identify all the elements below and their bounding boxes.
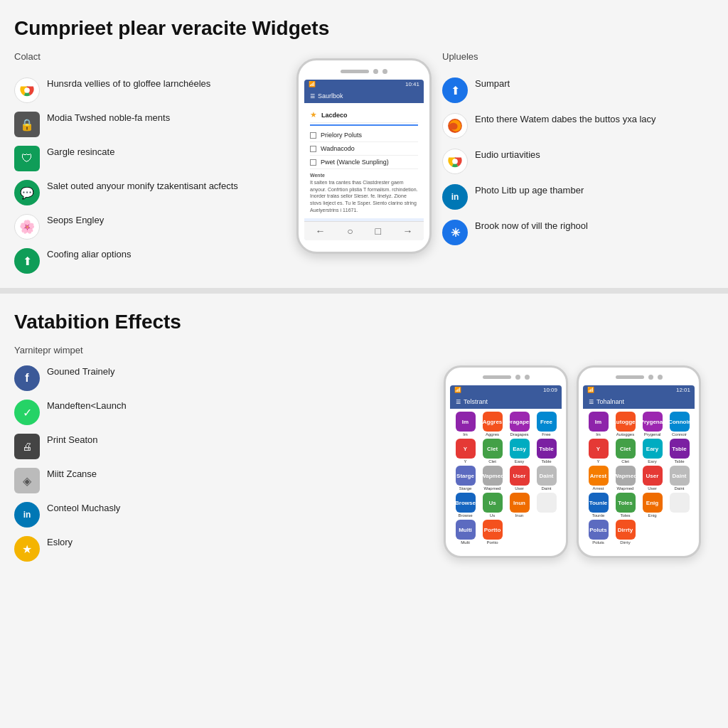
app-icon-box: Poluts xyxy=(589,520,609,540)
app-label: Im xyxy=(462,419,469,425)
app-name-label: Aggres xyxy=(486,432,499,437)
app-label: Eary xyxy=(646,446,658,452)
app-icon-cell: ImIm xyxy=(453,412,478,437)
phone-status-bar: 📶 10:41 xyxy=(304,80,424,89)
list-item: ✓ Mandeften<Launch xyxy=(14,400,437,425)
phone-dot xyxy=(515,375,520,380)
list-item: Ento there Watem dabes the buttos yxa la… xyxy=(442,113,714,139)
phone-center: 📶 10:41 ≡ Saurlbok ★ Lacdeco xyxy=(286,51,442,254)
app-icon-cell xyxy=(667,493,692,518)
feature-text-eudio: Eudio urtiavities xyxy=(475,149,540,161)
app-label: Inun xyxy=(513,500,525,506)
checkbox xyxy=(310,132,316,139)
feature-text-linkedin: Conteol Muchasly xyxy=(47,502,120,515)
phone1-nav-bar: ≡ Telstrant xyxy=(450,395,562,409)
app-icon-box: Portto xyxy=(483,520,503,540)
app-icon-cell: AutoggesAutogges xyxy=(613,412,638,437)
menu-icon: ≡ xyxy=(589,397,594,407)
feature-text-chrome: Hunsrda vellies of to gloffee larnchéele… xyxy=(47,77,210,90)
list-item: in Conteol Muchasly xyxy=(14,502,437,528)
feature-text-lock: Modia Twshed noble-fa ments xyxy=(47,112,170,124)
list-item: 🖨 Print Seaton xyxy=(14,434,437,459)
forward-icon: → xyxy=(403,225,413,237)
navigation-icon: ⬆ xyxy=(14,248,40,274)
app-label: Daint xyxy=(673,473,687,479)
app-name-label: Tsble xyxy=(674,459,684,464)
app-icon-box: Clet xyxy=(483,439,503,459)
app-name-label: Daint xyxy=(674,486,684,491)
app-label: User xyxy=(646,473,659,479)
app-icon-cell: DaintDaint xyxy=(667,466,692,491)
app-name-label: Tsble xyxy=(541,459,551,464)
app-name-label: Starge xyxy=(459,486,472,491)
app-icon-box: Y xyxy=(589,439,609,459)
app-label: Portto xyxy=(484,527,501,533)
phone-speaker xyxy=(616,375,644,379)
app-name-label: Multi xyxy=(461,540,470,545)
phone-item-3: Pwet (Wancle Sunpling) xyxy=(321,159,389,166)
feature-text-shield: Gargle resincate xyxy=(47,146,114,159)
app-icon-cell: StargeStarge xyxy=(453,466,478,491)
phone-content: ★ Lacdeco Prielory Poluts Wadnacodo xyxy=(304,103,424,218)
app-icon-box: Autogges xyxy=(616,412,636,432)
menu-icon: ≡ xyxy=(310,91,315,101)
app-name-label: Easy xyxy=(515,459,524,464)
app-icon-cell: UserUser xyxy=(507,466,532,491)
feature-text-photos: Seops Engley xyxy=(47,214,104,227)
bottom-feature-list: f Gouned Trainely ✓ Mandeften<Launch 🖨 P… xyxy=(14,365,437,562)
app-label: Im xyxy=(595,419,601,425)
app-label: Wapmed xyxy=(481,473,504,479)
app-icon-cell: AggresAggres xyxy=(480,412,505,437)
home-icon: ○ xyxy=(347,225,353,237)
phone-speaker xyxy=(483,375,511,379)
app-name-label: User xyxy=(648,486,657,491)
app-icon-cell: UserUser xyxy=(640,466,665,491)
feature-text-maps: Miitt Zcanse xyxy=(47,468,97,481)
app-label: Tsble xyxy=(539,446,553,452)
photos-icon: 🌸 xyxy=(14,214,40,240)
right-column: Uplueles ⬆ Sumpart Ento there Watem dabe… xyxy=(442,51,714,245)
phone-list-title: Lacdeco xyxy=(321,112,348,119)
maps-icon: ◈ xyxy=(14,468,40,493)
app-icon-box: User xyxy=(643,466,663,486)
app-icon-cell: TounleTounle xyxy=(586,493,611,518)
print-icon: 🖨 xyxy=(14,434,40,459)
bottom-content: f Gouned Trainely ✓ Mandeften<Launch 🖨 P… xyxy=(14,365,714,562)
list-item: 🌸 Seops Engley xyxy=(14,214,286,240)
phone1-app-grid: ImImAggresAggresDragapesDragapesFreeFree… xyxy=(450,409,562,547)
app-name-label: Poluts xyxy=(592,540,604,545)
feature-text-hangouts: Salet outed anyour monify tzakentisant a… xyxy=(47,180,238,193)
facebook-icon: f xyxy=(14,365,40,391)
top-title: Cumprieet plear veracite Widgets xyxy=(14,17,714,40)
app-name-label: Dragapes xyxy=(510,432,528,437)
app-name-label: Connoir xyxy=(672,432,687,437)
list-item: ⬆ Sumpart xyxy=(442,77,714,103)
list-item: ★ Eslory xyxy=(14,536,437,562)
phone-dot xyxy=(658,375,663,380)
app-icon-box: Toles xyxy=(616,493,636,513)
feature-text-watem: Ento there Watem dabes the buttos yxa la… xyxy=(475,113,656,126)
app-label: Aggres xyxy=(483,419,503,425)
app-name-label: Free xyxy=(542,432,550,437)
app-name-label: Dirrty xyxy=(620,540,630,545)
phone-pinned-item: ★ Lacdeco xyxy=(310,107,418,123)
app-label: Browse xyxy=(455,500,476,506)
section-divider xyxy=(0,288,728,294)
app-label: Free xyxy=(540,419,552,425)
list-item: 💬 Salet outed anyour monify tzakentisant… xyxy=(14,180,286,205)
feature-text-print: Print Seaton xyxy=(47,434,98,446)
app-icon-cell xyxy=(534,493,559,518)
app-icon-cell: ConnoirConnoir xyxy=(667,412,692,437)
app-name-label: Daint xyxy=(541,486,551,491)
feature-text-sumpart: Sumpart xyxy=(475,77,510,90)
bottom-subtitle: Yarnitepr wimpet xyxy=(14,345,714,355)
app-name-label: Y xyxy=(596,459,599,464)
app-icon-cell: YY xyxy=(453,439,478,464)
app-icon-cell: ArrestArrest xyxy=(586,466,611,491)
app-icon-box: Clet xyxy=(616,439,636,459)
app-label: Connoir xyxy=(668,419,690,425)
app-label: Enig xyxy=(646,500,658,506)
lock-icon: 🔒 xyxy=(14,112,40,137)
app-icon-box: Prygenal xyxy=(643,412,663,432)
app-icon-cell: DirrtyDirrty xyxy=(613,520,638,545)
